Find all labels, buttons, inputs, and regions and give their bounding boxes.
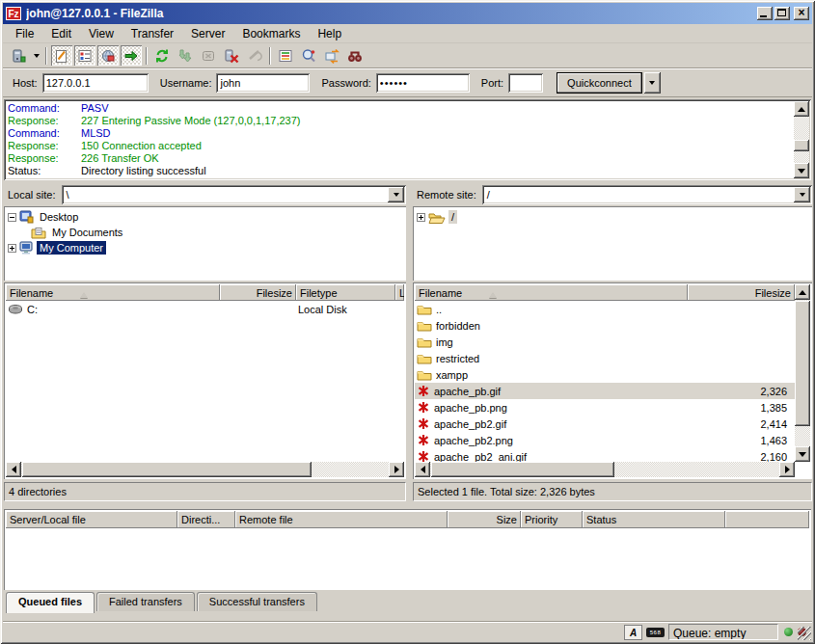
column-header-remote-file[interactable]: Remote file (235, 511, 448, 528)
scroll-up-button[interactable] (795, 284, 810, 300)
menu-transfer[interactable]: Transfer (122, 25, 182, 42)
expand-expander-icon[interactable] (417, 213, 425, 222)
column-header-filesize[interactable]: Filesize (220, 284, 296, 301)
find-files-button[interactable] (344, 45, 366, 66)
scroll-down-button[interactable] (795, 446, 810, 462)
column-header-filetype[interactable]: Filetype (296, 284, 395, 301)
column-header-filename[interactable]: Filename (6, 284, 220, 301)
sort-ascending-icon (489, 288, 497, 298)
file-row-forbidden[interactable]: forbidden (415, 317, 795, 334)
disconnect-button[interactable] (221, 45, 242, 66)
column-header-direction[interactable]: Directi... (177, 511, 235, 528)
queue-size-indicator: Queue: empty (668, 624, 778, 640)
process-queue-button[interactable] (175, 45, 196, 66)
scroll-up-button[interactable] (794, 101, 809, 117)
scrollbar-thumb[interactable] (22, 462, 312, 477)
scrollbar-thumb[interactable] (795, 301, 810, 426)
quickconnect-dropdown-button[interactable] (644, 72, 661, 94)
tab-successful-transfers[interactable]: Successful transfers (197, 592, 317, 611)
tree-item-desktop[interactable]: Desktop (8, 209, 404, 225)
synchronized-browsing-button[interactable] (321, 45, 342, 66)
collapse-expander-icon[interactable] (8, 213, 16, 222)
local-tree: Desktop My Documents My Computer (4, 206, 406, 281)
file-row-img[interactable]: img (415, 334, 795, 350)
image-file-icon (417, 450, 430, 462)
log-scrollbar[interactable] (794, 101, 809, 178)
tab-failed-transfers[interactable]: Failed transfers (96, 592, 195, 611)
file-row-apache-pb-png[interactable]: apache_pb.png 1,385 (415, 399, 795, 416)
directory-listing-filters-button[interactable] (275, 45, 296, 66)
site-manager-dropdown-button[interactable] (30, 45, 42, 66)
remote-pane: Remote site: / / Filename Filesize .. (413, 183, 812, 505)
queue-header: Server/Local file Directi... Remote file… (6, 511, 809, 528)
toggle-message-log-button[interactable] (51, 45, 72, 66)
site-manager-icon (11, 48, 26, 64)
remote-site-combobox[interactable]: / (482, 185, 812, 204)
tree-item-my-computer[interactable]: My Computer (8, 240, 404, 255)
file-row-apache-pb2-png[interactable]: apache_pb2.png 1,463 (415, 432, 795, 448)
file-row-xampp[interactable]: xampp (415, 366, 795, 383)
tree-item-root[interactable]: / (417, 209, 810, 225)
directory-comparison-button[interactable] (298, 45, 319, 66)
file-row-apache-pb2-gif[interactable]: apache_pb2.gif 2,414 (415, 416, 795, 432)
local-horizontal-scrollbar[interactable] (6, 462, 404, 477)
menu-file[interactable]: File (7, 25, 42, 42)
scroll-left-button[interactable] (6, 462, 21, 477)
column-header-status[interactable]: Status (583, 511, 725, 528)
quickconnect-button[interactable]: Quickconnect (557, 72, 642, 94)
file-row-c-drive[interactable]: C: Local Disk (6, 301, 404, 317)
file-row-restricted[interactable]: restricted (415, 350, 795, 366)
menu-bookmarks[interactable]: Bookmarks (233, 25, 309, 42)
column-header-filename[interactable]: Filename (415, 284, 688, 301)
menu-edit[interactable]: Edit (42, 25, 80, 42)
tree-item-my-documents[interactable]: My Documents (8, 225, 404, 240)
toggle-local-treeview-button[interactable] (74, 45, 95, 66)
toggle-remote-treeview-button[interactable] (97, 45, 119, 66)
column-header-priority[interactable]: Priority (521, 511, 583, 528)
reconnect-button[interactable] (244, 45, 265, 66)
scrollbar-thumb[interactable] (431, 462, 614, 477)
resize-grip[interactable] (798, 627, 811, 640)
scroll-right-button[interactable] (779, 462, 795, 477)
username-input[interactable] (216, 73, 310, 93)
remote-vertical-scrollbar[interactable] (795, 284, 810, 462)
combo-dropdown-button[interactable] (388, 187, 404, 202)
toggle-transfer-queue-button[interactable] (121, 45, 142, 66)
queue-body (6, 528, 809, 588)
scroll-down-button[interactable] (794, 163, 809, 178)
column-header-filesize[interactable]: Filesize (688, 284, 795, 301)
file-row-apache-pb2-ani-gif[interactable]: apache_pb2_ani.gif 2,160 (415, 448, 795, 462)
message-log-icon (54, 48, 69, 64)
host-input[interactable] (42, 73, 149, 93)
message-log-lines: Command:PASV Response:227 Entering Passi… (6, 101, 794, 178)
column-header-last-modified[interactable]: L (395, 284, 404, 301)
remote-horizontal-scrollbar[interactable] (415, 462, 795, 477)
data-type-indicator-icon[interactable]: A (624, 625, 642, 640)
port-input[interactable] (508, 73, 543, 93)
folder-icon (417, 335, 432, 348)
menu-server[interactable]: Server (182, 25, 233, 42)
combo-dropdown-button[interactable] (794, 187, 810, 202)
file-row-apache-pb-gif-selected[interactable]: apache_pb.gif 2,326 (415, 383, 795, 399)
arrow-up-icon (799, 286, 806, 295)
menu-view[interactable]: View (80, 25, 122, 42)
menu-help[interactable]: Help (309, 25, 350, 42)
scroll-left-button[interactable] (415, 462, 430, 477)
site-manager-button[interactable] (8, 45, 29, 66)
column-header-server-local-file[interactable]: Server/Local file (6, 511, 177, 528)
column-header-size[interactable]: Size (448, 511, 521, 528)
reconnect-icon (247, 48, 262, 64)
cancel-operation-button[interactable] (198, 45, 219, 66)
minimize-button[interactable] (757, 7, 773, 20)
speed-limit-icon[interactable]: 568 (646, 628, 665, 637)
refresh-button[interactable] (151, 45, 173, 66)
maximize-button[interactable] (774, 7, 790, 20)
close-button[interactable]: × (794, 7, 809, 20)
local-site-combobox[interactable]: \ (62, 185, 406, 204)
expand-expander-icon[interactable] (8, 244, 16, 253)
file-row-parent-dir[interactable]: .. (415, 301, 795, 317)
password-input[interactable] (376, 73, 470, 93)
tab-queued-files[interactable]: Queued files (6, 592, 95, 613)
scrollbar-thumb[interactable] (794, 140, 809, 151)
scroll-right-button[interactable] (389, 462, 404, 477)
